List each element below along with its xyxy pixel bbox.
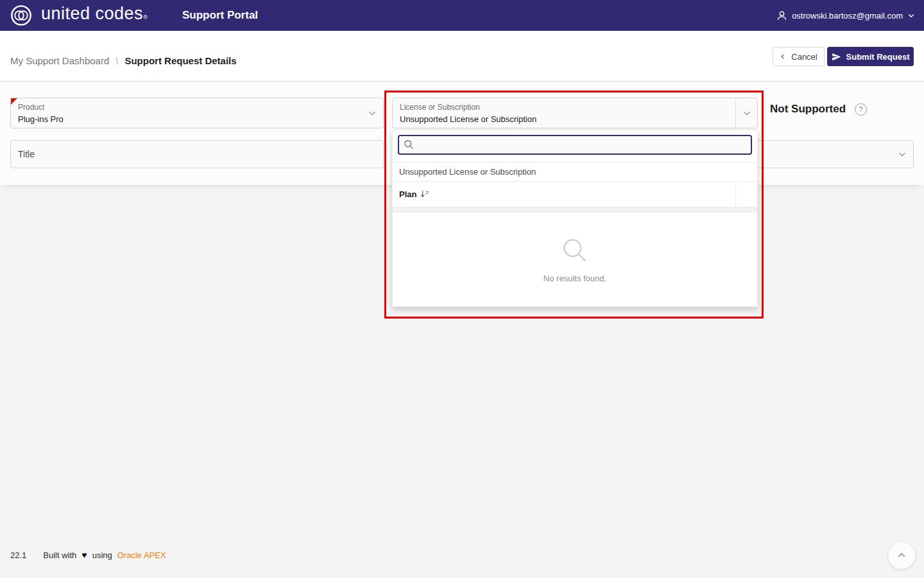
grid-header-endcell [735, 182, 757, 207]
send-icon [832, 52, 841, 62]
search-icon [404, 139, 415, 150]
chevron-down-icon[interactable] [735, 98, 757, 128]
submit-request-button[interactable]: Submit Request [827, 47, 914, 66]
dropdown-option-unsupported[interactable]: Unsupported License or Subscription [393, 162, 757, 181]
no-results-message: No results found. [543, 274, 606, 283]
chevron-left-icon [780, 53, 786, 60]
title-label: Title [18, 149, 35, 159]
license-select[interactable]: License or Subscription Unsupported Lice… [392, 98, 758, 128]
app-header: united codes® Support Portal ostrowski.b… [0, 0, 924, 31]
no-results-search-icon [561, 236, 589, 265]
sort-descending-icon [420, 189, 430, 199]
page-title: Support Request Details [124, 55, 236, 66]
breadcrumb-separator: \ [116, 55, 118, 66]
built-with-text: Built with [43, 550, 76, 560]
heart-icon: ♥ [81, 550, 87, 560]
chevron-down-icon [361, 98, 383, 128]
dropdown-results-area: No results found. [393, 213, 757, 306]
scroll-to-top-button[interactable] [888, 542, 915, 569]
using-text: using [92, 550, 112, 560]
cancel-button-label: Cancel [791, 52, 817, 62]
brand-name: united codes® [41, 4, 148, 24]
grid-divider [393, 207, 757, 213]
chevron-up-icon [896, 550, 907, 561]
required-marker-icon [11, 98, 17, 105]
support-status-row: Not Supported ? [770, 103, 867, 116]
version-label: 22.1 [10, 550, 26, 560]
submit-button-label: Submit Request [846, 52, 910, 62]
app-footer: 22.1 Built with ♥ using Oracle APEX [10, 550, 166, 560]
app-title: Support Portal [182, 9, 258, 22]
dropdown-search-box [398, 135, 752, 155]
plan-column-header[interactable]: Plan [393, 181, 757, 207]
product-value: Plug-ins Pro [18, 114, 64, 124]
plan-column-label: Plan [399, 189, 416, 199]
united-codes-logo-icon[interactable] [10, 4, 32, 26]
help-icon[interactable]: ? [855, 103, 867, 116]
product-label: Product [18, 103, 44, 112]
oracle-apex-link[interactable]: Oracle APEX [117, 550, 166, 560]
chevron-down-icon [907, 12, 915, 19]
user-icon [776, 10, 787, 21]
license-value: Unsupported License or Subscription [400, 114, 536, 124]
product-select[interactable]: Product Plug-ins Pro [10, 98, 384, 128]
breadcrumb: My Support Dashboard \ Support Request D… [10, 55, 237, 66]
user-menu[interactable]: ostrowski.bartosz@gmail.com [776, 0, 915, 31]
breadcrumb-dashboard-link[interactable]: My Support Dashboard [10, 55, 109, 66]
status-badge: Not Supported [770, 103, 846, 116]
chevron-down-icon [891, 141, 913, 168]
screen: united codes® Support Portal ostrowski.b… [0, 0, 924, 578]
cancel-button[interactable]: Cancel [773, 47, 825, 66]
user-email: ostrowski.bartosz@gmail.com [792, 11, 903, 21]
license-dropdown-panel: Unsupported License or Subscription Plan… [392, 130, 758, 307]
registered-mark: ® [143, 14, 148, 21]
title-input[interactable]: Title [10, 140, 384, 168]
dropdown-search-input[interactable] [417, 136, 748, 153]
license-label: License or Subscription [400, 103, 480, 112]
